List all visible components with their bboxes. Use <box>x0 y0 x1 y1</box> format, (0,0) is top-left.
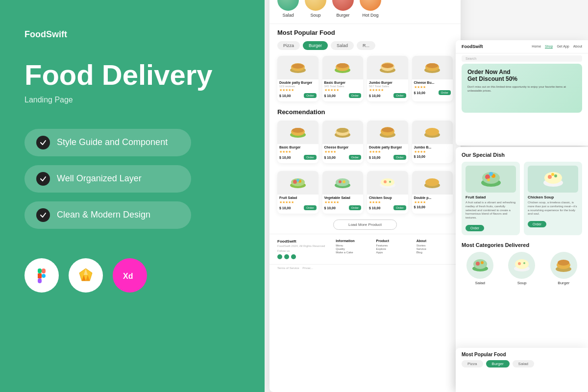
svg-point-4 <box>42 274 46 278</box>
check-icon-style <box>36 136 50 149</box>
footer-about-col: About Stories Service Blog <box>416 239 453 259</box>
special-card-soup-name: Chicken Soup <box>528 195 578 199</box>
rec-card-2-order[interactable]: Order <box>349 155 361 160</box>
cat-burger: Burger <box>332 0 354 18</box>
food-card-3-stars: ★★★★★ <box>367 88 408 93</box>
secondary-nav: FoodSwift Home Shop Get App About <box>456 40 588 53</box>
footer-about-stories: Stories <box>416 244 453 247</box>
special-card-salad-img <box>466 166 516 193</box>
bottom-mockup: Most Popular Food Pizza Burger Salad <box>456 348 588 392</box>
soup-card-1-order[interactable]: Order <box>393 205 406 210</box>
svg-point-18 <box>337 63 348 68</box>
rec-card-4-name: Jumbo B... <box>412 144 453 149</box>
feature-label-style: Style Guide and Component <box>57 137 168 147</box>
cat-hotdog: Hot Dog <box>360 0 381 18</box>
rec-card-1-name: Basic Burger <box>277 144 318 149</box>
nav-shop[interactable]: Shop <box>545 45 553 49</box>
rec-card-2-stars: ★★★★ <box>322 149 364 154</box>
social-twitter[interactable] <box>291 254 296 259</box>
burger-card-5-img <box>412 171 453 195</box>
salad-card-2-name: Vegetable Salad <box>322 195 364 200</box>
food-card-4-bottom: $ 10,00 Order <box>412 90 453 96</box>
bottom-popular-title: Most Popular Food <box>462 352 582 357</box>
sketch-icon <box>69 258 103 293</box>
feature-item-style: Style Guide and Component <box>24 129 191 156</box>
svg-point-59 <box>548 175 552 179</box>
food-card-1-price: $ 10,00 <box>279 94 291 98</box>
special-soup-order-btn[interactable]: Order <box>528 221 546 227</box>
footer-product-title: Product <box>376 239 413 243</box>
svg-point-48 <box>389 181 391 183</box>
salad-card-2-price: $ 10,00 <box>324 206 336 210</box>
rec-card-1-bottom: $ 10,00 Order <box>277 154 318 160</box>
feature-list: Style Guide and Component Well Organized… <box>24 129 240 229</box>
social-instagram[interactable] <box>284 254 289 259</box>
bottom-tab-burger[interactable]: Burger <box>486 360 510 368</box>
food-card-4-price: $ 10,00 <box>414 91 425 95</box>
tab-burger[interactable]: Burger <box>303 41 328 50</box>
rec-card-2-bottom: $ 10,00 Order <box>322 154 364 160</box>
rec-card-2-name: Cheese Burger <box>322 144 364 149</box>
burger-card-5: Double p... ★★★★ $ 10,00 <box>412 171 453 214</box>
categories-delivered-title: Most Categories Delivered <box>462 242 582 248</box>
burger-card-5-bottom: $ 10,00 <box>412 205 453 209</box>
special-card-salad-name: Fruit Salad <box>466 195 516 199</box>
nav-getapp[interactable]: Get App <box>557 45 569 49</box>
popular-food-grid: Double patty Burger 123 reviews ★★★★★ $ … <box>270 54 461 103</box>
rec-card-3-order[interactable]: Order <box>393 155 406 160</box>
cat-salad: Salad <box>277 0 299 18</box>
check-icon-design <box>36 208 50 222</box>
nav-about[interactable]: About <box>573 45 582 49</box>
soup-card-1-bottom: $ 10,00 Order <box>367 205 408 211</box>
feature-item-design: Clean & Modern Design <box>24 201 191 229</box>
category-burger-label: Burger <box>558 281 569 285</box>
svg-point-65 <box>481 261 484 264</box>
page-title: Food Delivery <box>24 59 240 91</box>
cat-salad-img <box>277 0 299 11</box>
tab-salad[interactable]: Salad <box>331 41 354 50</box>
social-facebook[interactable] <box>277 254 282 259</box>
svg-point-72 <box>558 260 569 266</box>
food-card-4-name: Cheese Bu... <box>412 79 453 85</box>
tab-other[interactable]: R... <box>357 41 375 50</box>
footer-follow: Follow us <box>277 249 332 252</box>
rec-card-2: Cheese Burger ★★★★ $ 10,00 Order <box>322 121 364 163</box>
rec-card-1-order[interactable]: Order <box>304 155 316 160</box>
salad-card-2-bottom: $ 10,00 Order <box>322 205 364 211</box>
most-popular-title: Most Popular Food <box>270 24 461 39</box>
food-card-3-img <box>367 56 408 79</box>
secondary-search[interactable]: Search <box>462 55 582 62</box>
food-card-1-order[interactable]: Order <box>304 93 316 98</box>
burger-card-5-stars: ★★★★ <box>412 200 453 205</box>
food-card-1: Double patty Burger 123 reviews ★★★★★ $ … <box>277 56 318 101</box>
cat-burger-img <box>332 0 354 11</box>
food-card-4-order[interactable]: Order <box>439 90 451 95</box>
load-more-button[interactable]: Load More Product <box>333 220 397 230</box>
bottom-tab-salad[interactable]: Salad <box>513 360 534 368</box>
special-salad-order-btn[interactable]: Order <box>466 225 484 231</box>
feature-label-design: Clean & Modern Design <box>57 210 150 220</box>
salad-card-1-order[interactable]: Order <box>304 205 316 210</box>
bottom-tab-pizza[interactable]: Pizza <box>462 360 483 368</box>
burger-card-5-name: Double p... <box>412 195 453 200</box>
footer-product-features: Features <box>376 244 413 247</box>
footer-brand: FoodSwift <box>277 239 332 244</box>
food-card-2-order[interactable]: Order <box>349 93 361 98</box>
xd-icon: Xd <box>113 258 147 293</box>
food-card-3-name: Jumbo Burger <box>367 79 408 85</box>
footer-about-service: Service <box>416 247 453 250</box>
food-card-2: Basic Burger 345 Total Sales ★★★★★ $ 10,… <box>322 56 364 101</box>
salad-card-2-order[interactable]: Order <box>349 205 361 210</box>
food-card-3-order[interactable]: Order <box>393 93 406 98</box>
cat-soup-img <box>305 0 326 11</box>
tab-pizza[interactable]: Pizza <box>277 41 300 50</box>
svg-rect-2 <box>38 273 42 278</box>
nav-home[interactable]: Home <box>532 45 541 49</box>
main-mockup: Salad Soup Burger Hot Dog Most Popular F… <box>270 0 461 392</box>
soup-card-1-stars: ★★★★ <box>367 200 408 205</box>
svg-point-40 <box>296 179 299 182</box>
special-card-soup-desc: Chicken soup, a timeless classic, is mor… <box>528 201 578 216</box>
cat-salad-label: Salad <box>282 13 294 18</box>
food-card-4-stars: ★★★★ <box>412 85 453 90</box>
svg-point-50 <box>425 178 439 186</box>
